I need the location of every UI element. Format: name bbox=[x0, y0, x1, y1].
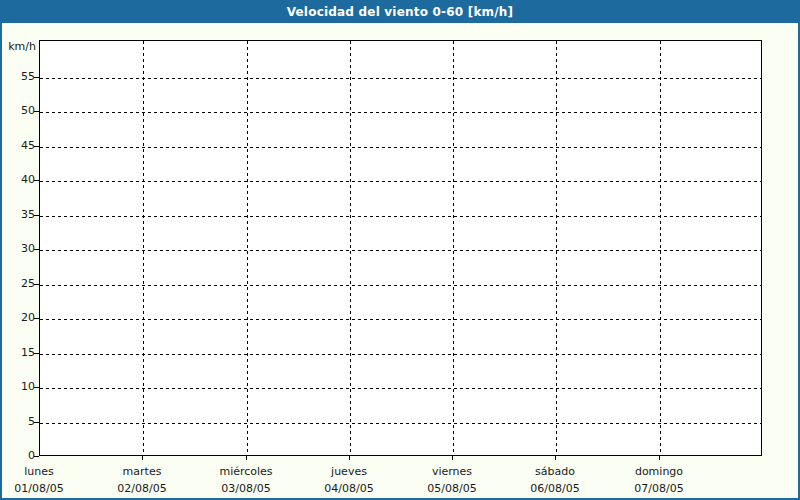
y-tick-label: 35 bbox=[2, 208, 35, 222]
y-gridline bbox=[40, 319, 761, 320]
y-tick-label: 30 bbox=[2, 242, 35, 256]
y-tick-label: 40 bbox=[2, 173, 35, 187]
y-gridline bbox=[40, 354, 761, 355]
x-axis-day-label: miércoles bbox=[191, 465, 301, 478]
x-axis-day-label: sábado bbox=[500, 465, 610, 478]
y-tick-label: 55 bbox=[2, 70, 35, 84]
x-tick-mark bbox=[246, 456, 247, 460]
y-gridline bbox=[40, 216, 761, 217]
x-axis-date-label: 04/08/05 bbox=[294, 482, 404, 495]
y-tick-mark bbox=[34, 353, 39, 354]
y-tick-label: 50 bbox=[2, 104, 35, 118]
x-tick-mark bbox=[659, 456, 660, 460]
y-tick-mark bbox=[34, 146, 39, 147]
x-axis-day-label: jueves bbox=[294, 465, 404, 478]
x-axis-day-label: domingo bbox=[604, 465, 714, 478]
y-tick-mark bbox=[34, 249, 39, 250]
y-tick-mark bbox=[34, 77, 39, 78]
y-tick-label: 5 bbox=[2, 415, 35, 429]
x-axis-date-label: 07/08/05 bbox=[604, 482, 714, 495]
x-gridline bbox=[143, 41, 144, 455]
x-gridline bbox=[247, 41, 248, 455]
y-tick-mark bbox=[34, 215, 39, 216]
y-gridline bbox=[40, 181, 761, 182]
x-axis-date-label: 05/08/05 bbox=[397, 482, 507, 495]
y-gridline bbox=[40, 78, 761, 79]
y-tick-label: 15 bbox=[2, 346, 35, 360]
x-tick-mark bbox=[452, 456, 453, 460]
x-axis-day-label: viernes bbox=[397, 465, 507, 478]
x-gridline bbox=[660, 41, 661, 455]
y-tick-mark bbox=[34, 456, 39, 457]
y-tick-mark bbox=[34, 422, 39, 423]
x-axis-date-label: 02/08/05 bbox=[87, 482, 197, 495]
y-gridline bbox=[40, 112, 761, 113]
y-tick-mark bbox=[34, 180, 39, 181]
y-tick-mark bbox=[34, 284, 39, 285]
y-tick-label: 0 bbox=[2, 449, 35, 463]
y-gridline bbox=[40, 388, 761, 389]
chart-window: Velocidad del viento 0-60 [km/h] km/h 05… bbox=[0, 0, 800, 500]
x-axis-day-label: lunes bbox=[0, 465, 94, 478]
y-gridline bbox=[40, 147, 761, 148]
chart-canvas: km/h 0510152025303540455055lunes01/08/05… bbox=[2, 23, 798, 498]
y-tick-label: 20 bbox=[2, 311, 35, 325]
x-axis-date-label: 01/08/05 bbox=[0, 482, 94, 495]
y-tick-label: 10 bbox=[2, 380, 35, 394]
y-tick-label: 25 bbox=[2, 277, 35, 291]
y-tick-mark bbox=[34, 111, 39, 112]
y-axis-unit-label: km/h bbox=[2, 40, 36, 54]
x-gridline bbox=[556, 41, 557, 455]
x-gridline bbox=[453, 41, 454, 455]
y-tick-mark bbox=[34, 318, 39, 319]
x-axis-date-label: 06/08/05 bbox=[500, 482, 610, 495]
x-axis-date-label: 03/08/05 bbox=[191, 482, 301, 495]
plot-area bbox=[39, 40, 762, 456]
y-gridline bbox=[40, 250, 761, 251]
y-tick-mark bbox=[34, 387, 39, 388]
x-tick-mark bbox=[142, 456, 143, 460]
x-tick-mark bbox=[555, 456, 556, 460]
chart-title: Velocidad del viento 0-60 [km/h] bbox=[2, 2, 798, 23]
x-gridline bbox=[350, 41, 351, 455]
x-axis-day-label: martes bbox=[87, 465, 197, 478]
y-tick-label: 45 bbox=[2, 139, 35, 153]
y-gridline bbox=[40, 285, 761, 286]
y-gridline bbox=[40, 423, 761, 424]
x-tick-mark bbox=[349, 456, 350, 460]
